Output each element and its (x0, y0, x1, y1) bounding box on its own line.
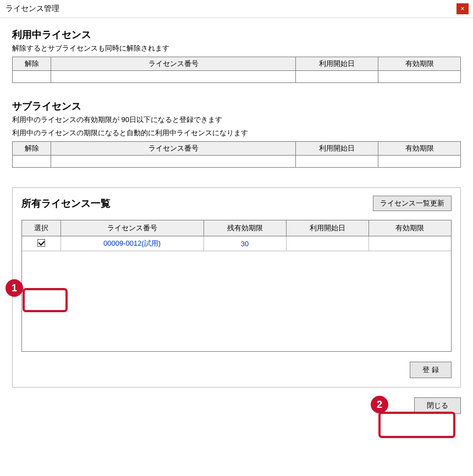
col-release: 解除 (13, 57, 51, 71)
table-row (13, 156, 461, 168)
col-release: 解除 (13, 142, 51, 156)
col-start: 利用開始日 (286, 220, 369, 236)
col-expiry: 有効期限 (369, 220, 451, 236)
window-title: ライセンス管理 (6, 4, 59, 14)
refresh-license-list-button[interactable]: ライセンス一覧更新 (373, 196, 452, 211)
owned-license-table-container: 選択 ライセンス番号 残有効期限 利用開始日 有効期限 00009-0012(試… (21, 220, 452, 352)
col-start: 利用開始日 (296, 142, 378, 156)
close-button[interactable]: 閉じる (414, 397, 461, 414)
table-header-row: 解除 ライセンス番号 利用開始日 有効期限 (13, 57, 461, 71)
dialog-content: 利用中ライセンス 解除するとサブライセンスも同時に解除されます 解除 ライセンス… (0, 18, 473, 393)
col-select: 選択 (22, 220, 61, 236)
col-expiry: 有効期限 (378, 142, 461, 156)
owned-license-title: 所有ライセンス一覧 (21, 197, 111, 210)
select-cell[interactable] (22, 236, 61, 251)
remaining-cell: 30 (204, 236, 286, 251)
checkbox-icon[interactable] (37, 239, 45, 247)
register-row: 登 録 (21, 362, 452, 378)
table-row (13, 71, 461, 83)
annotation-box-2 (378, 412, 455, 438)
owned-license-table: 選択 ライセンス番号 残有効期限 利用開始日 有効期限 00009-0012(試… (22, 220, 451, 251)
table-row: 00009-0012(試用) 30 (22, 236, 451, 251)
title-bar: ライセンス管理 × (0, 0, 473, 18)
license-number-cell: 00009-0012(試用) (61, 236, 204, 251)
owned-panel-header: 所有ライセンス一覧 ライセンス一覧更新 (21, 196, 452, 211)
register-button[interactable]: 登 録 (410, 362, 452, 378)
expiry-cell (369, 236, 451, 251)
sub-license-title: サブライセンス (12, 99, 461, 113)
active-license-table: 解除 ライセンス番号 利用開始日 有効期限 (12, 57, 461, 83)
table-header-row: 解除 ライセンス番号 利用開始日 有効期限 (13, 142, 461, 156)
col-start: 利用開始日 (296, 57, 378, 71)
sub-license-table: 解除 ライセンス番号 利用開始日 有効期限 (12, 141, 461, 168)
sub-license-subtitle-1: 利用中のライセンスの有効期限が 90日以下になると登録できます (12, 115, 461, 125)
col-remaining: 残有効期限 (204, 220, 286, 236)
table-header-row: 選択 ライセンス番号 残有効期限 利用開始日 有効期限 (22, 220, 451, 236)
col-number: ライセンス番号 (61, 220, 204, 236)
col-expiry: 有効期限 (378, 57, 461, 71)
col-number: ライセンス番号 (51, 142, 296, 156)
col-number: ライセンス番号 (51, 57, 296, 71)
active-license-subtitle: 解除するとサブライセンスも同時に解除されます (12, 43, 461, 53)
active-license-title: 利用中ライセンス (12, 28, 461, 41)
dialog-footer: 閉じる (0, 393, 473, 414)
sub-license-subtitle-2: 利用中のライセンスの期限になると自動的に利用中ライセンスになります (12, 128, 461, 138)
close-icon[interactable]: × (457, 3, 469, 14)
owned-license-panel: 所有ライセンス一覧 ライセンス一覧更新 選択 ライセンス番号 残有効期限 利用開… (12, 187, 461, 388)
start-cell (286, 236, 369, 251)
